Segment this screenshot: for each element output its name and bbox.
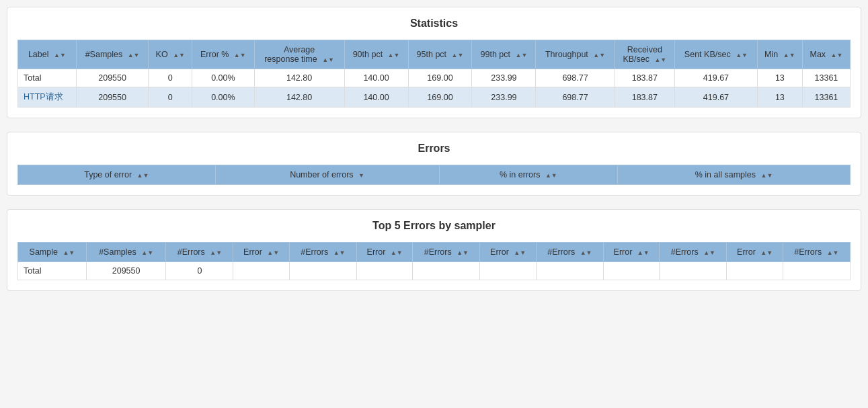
row-max: 13361 <box>802 87 850 108</box>
top5-section: Top 5 Errors by sampler Sample ▲▼ #Sampl… <box>7 209 861 291</box>
row-n2 <box>413 262 480 280</box>
col-t5-error3[interactable]: Error ▲▼ <box>480 243 536 262</box>
col-t5-nerrors4[interactable]: #Errors ▲▼ <box>660 243 727 262</box>
col-pct-errors[interactable]: % in errors ▲▼ <box>439 165 617 185</box>
row-pct99: 233.99 <box>472 69 536 87</box>
row-e1 <box>233 262 289 280</box>
errors-section: Errors Type of error ▲▼ Number of errors… <box>7 132 861 196</box>
sort-icon: ▲▼ <box>141 249 153 256</box>
row-error-pct: 0.00% <box>192 87 255 108</box>
row-pct90: 140.00 <box>344 87 408 108</box>
row-throughput: 698.77 <box>536 69 615 87</box>
sort-icon: ▼ <box>358 172 364 179</box>
col-max[interactable]: Max ▲▼ <box>802 40 850 69</box>
top5-title: Top 5 Errors by sampler <box>17 220 851 232</box>
col-samples[interactable]: #Samples ▲▼ <box>76 40 149 69</box>
errors-title: Errors <box>17 142 851 155</box>
col-t5-nerrors3[interactable]: #Errors ▲▼ <box>536 243 603 262</box>
table-row: Total 209550 0 <box>18 262 851 280</box>
sort-icon: ▲▼ <box>827 249 839 256</box>
row-n5 <box>783 262 850 280</box>
row-e4 <box>603 262 659 280</box>
col-t5-nerrors1[interactable]: #Errors ▲▼ <box>289 243 356 262</box>
sort-icon: ▲▼ <box>736 52 748 58</box>
col-t5-errors[interactable]: #Errors ▲▼ <box>166 243 233 262</box>
row-e5 <box>727 262 783 280</box>
row-received: 183.87 <box>615 87 674 108</box>
statistics-table: Label ▲▼ #Samples ▲▼ KO ▲▼ Error % ▲▼ Av… <box>17 40 851 108</box>
row-n3 <box>536 262 603 280</box>
sort-icon: ▲▼ <box>457 249 469 256</box>
sort-icon: ▲▼ <box>703 249 715 256</box>
row-throughput: 698.77 <box>536 87 615 108</box>
sort-icon: ▲▼ <box>128 52 140 58</box>
col-min[interactable]: Min ▲▼ <box>757 40 802 69</box>
col-pct95[interactable]: 95th pct ▲▼ <box>408 40 472 69</box>
row-pct99: 233.99 <box>472 87 536 108</box>
row-max: 13361 <box>802 69 850 87</box>
col-t5-error5[interactable]: Error ▲▼ <box>727 243 783 262</box>
row-ko: 0 <box>149 87 192 108</box>
sort-icon: ▲▼ <box>760 249 773 256</box>
col-sample[interactable]: Sample ▲▼ <box>18 243 87 262</box>
col-t5-nerrors5[interactable]: #Errors ▲▼ <box>783 243 850 262</box>
col-t5-nerrors2[interactable]: #Errors ▲▼ <box>413 243 480 262</box>
table-row: HTTP请求 209550 0 0.00% 142.80 140.00 169.… <box>18 87 851 108</box>
row-pct90: 140.00 <box>344 69 408 87</box>
row-sent: 419.67 <box>675 87 758 108</box>
col-t5-error1[interactable]: Error ▲▼ <box>233 243 289 262</box>
row-pct95: 169.00 <box>408 87 472 108</box>
row-e3 <box>480 262 536 280</box>
sort-icon: ▲▼ <box>654 56 666 63</box>
errors-header-row: Type of error ▲▼ Number of errors ▼ % in… <box>18 165 851 185</box>
row-avg: 142.80 <box>254 87 344 108</box>
sort-icon: ▲▼ <box>831 52 843 58</box>
col-t5-error2[interactable]: Error ▲▼ <box>356 243 412 262</box>
row-min: 13 <box>757 87 802 108</box>
sort-icon: ▲▼ <box>391 249 403 256</box>
col-pct-all[interactable]: % in all samples ▲▼ <box>618 165 851 185</box>
sort-icon: ▲▼ <box>783 52 795 58</box>
row-sent: 419.67 <box>675 69 758 87</box>
sort-icon: ▲▼ <box>333 249 346 256</box>
col-type-error[interactable]: Type of error ▲▼ <box>18 165 216 185</box>
row-sample: Total <box>18 262 87 280</box>
col-error-pct[interactable]: Error % ▲▼ <box>192 40 255 69</box>
table-row: Total 209550 0 0.00% 142.80 140.00 169.0… <box>18 69 851 87</box>
col-sent[interactable]: Sent KB/sec ▲▼ <box>675 40 758 69</box>
sort-icon: ▲▼ <box>63 249 75 256</box>
col-pct99[interactable]: 99th pct ▲▼ <box>472 40 536 69</box>
row-ko: 0 <box>149 69 192 87</box>
sort-icon: ▲▼ <box>593 52 605 58</box>
col-ko[interactable]: KO ▲▼ <box>149 40 192 69</box>
col-num-errors[interactable]: Number of errors ▼ <box>215 165 439 185</box>
sort-icon: ▲▼ <box>137 172 149 179</box>
col-t5-error4[interactable]: Error ▲▼ <box>603 243 659 262</box>
row-error-pct: 0.00% <box>192 69 255 87</box>
sort-icon: ▲▼ <box>515 52 527 58</box>
col-label[interactable]: Label ▲▼ <box>18 40 77 69</box>
sort-icon: ▲▼ <box>210 249 222 256</box>
sort-icon: ▲▼ <box>637 249 649 256</box>
sort-icon: ▲▼ <box>267 249 279 256</box>
row-n4 <box>660 262 727 280</box>
col-received[interactable]: ReceivedKB/sec ▲▼ <box>615 40 674 69</box>
errors-table: Type of error ▲▼ Number of errors ▼ % in… <box>17 165 851 185</box>
row-samples: 209550 <box>76 87 149 108</box>
col-throughput[interactable]: Throughput ▲▼ <box>536 40 615 69</box>
col-pct90[interactable]: 90th pct ▲▼ <box>344 40 408 69</box>
statistics-section: Statistics Label ▲▼ #Samples ▲▼ KO ▲▼ Er… <box>7 7 861 118</box>
sort-icon: ▲▼ <box>761 172 773 179</box>
row-pct95: 169.00 <box>408 69 472 87</box>
sort-icon: ▲▼ <box>580 249 592 256</box>
statistics-header-row: Label ▲▼ #Samples ▲▼ KO ▲▼ Error % ▲▼ Av… <box>18 40 851 69</box>
row-label[interactable]: HTTP请求 <box>18 87 77 108</box>
row-samples: 209550 <box>86 262 166 280</box>
col-t5-samples[interactable]: #Samples ▲▼ <box>86 243 166 262</box>
sort-icon: ▲▼ <box>514 249 526 256</box>
top5-header-row: Sample ▲▼ #Samples ▲▼ #Errors ▲▼ Error ▲… <box>18 243 851 262</box>
row-received: 183.87 <box>615 69 674 87</box>
sort-icon: ▲▼ <box>545 172 557 179</box>
sort-icon: ▲▼ <box>173 52 185 58</box>
col-avg[interactable]: Averageresponse time ▲▼ <box>254 40 344 69</box>
